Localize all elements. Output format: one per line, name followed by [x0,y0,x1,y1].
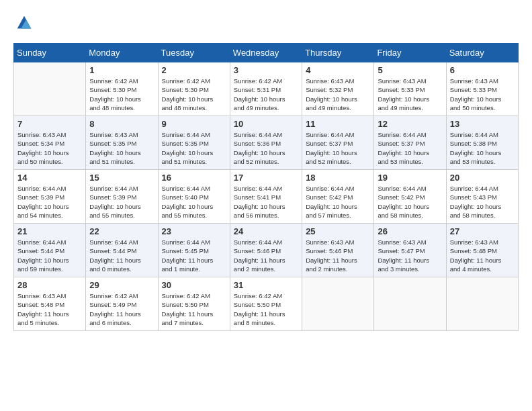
day-number: 25 [306,226,370,236]
calendar-cell: 11Sunrise: 6:44 AMSunset: 5:37 PMDayligh… [302,116,374,170]
day-header-thursday: Thursday [302,44,374,62]
day-number: 23 [162,226,226,236]
day-info: Sunrise: 6:44 AMSunset: 5:40 PMDaylight:… [162,184,226,220]
day-number: 4 [306,65,370,75]
calendar-table: SundayMondayTuesdayWednesdayThursdayFrid… [13,43,519,331]
day-info: Sunrise: 6:42 AMSunset: 5:30 PMDaylight:… [162,77,226,112]
calendar-cell [446,277,518,331]
day-number: 20 [450,173,515,183]
calendar-cell: 6Sunrise: 6:43 AMSunset: 5:33 PMDaylight… [446,62,518,116]
calendar-header: SundayMondayTuesdayWednesdayThursdayFrid… [14,44,519,62]
day-info: Sunrise: 6:43 AMSunset: 5:47 PMDaylight:… [378,238,442,273]
day-info: Sunrise: 6:43 AMSunset: 5:35 PMDaylight:… [89,130,154,166]
day-number: 1 [89,65,154,75]
calendar-cell: 14Sunrise: 6:44 AMSunset: 5:39 PMDayligh… [14,170,86,224]
calendar-cell: 24Sunrise: 6:44 AMSunset: 5:46 PMDayligh… [230,224,302,277]
calendar-cell: 27Sunrise: 6:43 AMSunset: 5:48 PMDayligh… [446,224,518,277]
day-info: Sunrise: 6:43 AMSunset: 5:33 PMDaylight:… [450,77,515,112]
day-header-sunday: Sunday [14,44,86,62]
day-info: Sunrise: 6:42 AMSunset: 5:30 PMDaylight:… [89,77,154,112]
page-header [13,13,519,32]
calendar-cell: 25Sunrise: 6:43 AMSunset: 5:46 PMDayligh… [302,224,374,277]
day-info: Sunrise: 6:44 AMSunset: 5:42 PMDaylight:… [378,184,442,220]
day-number: 21 [17,226,82,236]
day-info: Sunrise: 6:42 AMSunset: 5:49 PMDaylight:… [89,291,154,327]
day-number: 24 [234,226,298,236]
calendar-cell: 10Sunrise: 6:44 AMSunset: 5:36 PMDayligh… [230,116,302,170]
calendar-cell: 23Sunrise: 6:44 AMSunset: 5:45 PMDayligh… [158,224,230,277]
calendar-cell: 16Sunrise: 6:44 AMSunset: 5:40 PMDayligh… [158,170,230,224]
day-number: 19 [378,173,442,183]
day-info: Sunrise: 6:44 AMSunset: 5:44 PMDaylight:… [17,238,82,273]
calendar-cell: 20Sunrise: 6:44 AMSunset: 5:43 PMDayligh… [446,170,518,224]
calendar-cell: 29Sunrise: 6:42 AMSunset: 5:49 PMDayligh… [86,277,158,331]
day-info: Sunrise: 6:44 AMSunset: 5:41 PMDaylight:… [234,184,298,220]
day-info: Sunrise: 6:42 AMSunset: 5:31 PMDaylight:… [234,77,298,112]
logo [13,13,34,32]
day-number: 14 [17,173,82,183]
calendar-cell: 2Sunrise: 6:42 AMSunset: 5:30 PMDaylight… [158,62,230,116]
day-number: 16 [162,173,226,183]
day-number: 29 [89,280,154,290]
calendar-cell: 15Sunrise: 6:44 AMSunset: 5:39 PMDayligh… [86,170,158,224]
day-info: Sunrise: 6:43 AMSunset: 5:46 PMDaylight:… [306,238,370,273]
logo-icon [15,13,34,32]
day-info: Sunrise: 6:43 AMSunset: 5:33 PMDaylight:… [378,77,442,112]
day-number: 18 [306,173,370,183]
day-info: Sunrise: 6:44 AMSunset: 5:45 PMDaylight:… [162,238,226,273]
day-number: 8 [89,119,154,129]
calendar-cell [302,277,374,331]
day-info: Sunrise: 6:44 AMSunset: 5:37 PMDaylight:… [306,130,370,166]
day-info: Sunrise: 6:44 AMSunset: 5:36 PMDaylight:… [234,130,298,166]
day-number: 9 [162,119,226,129]
calendar-cell: 26Sunrise: 6:43 AMSunset: 5:47 PMDayligh… [374,224,446,277]
calendar-cell: 17Sunrise: 6:44 AMSunset: 5:41 PMDayligh… [230,170,302,224]
day-number: 5 [378,65,442,75]
day-header-monday: Monday [86,44,158,62]
calendar-cell: 12Sunrise: 6:44 AMSunset: 5:37 PMDayligh… [374,116,446,170]
day-number: 10 [234,119,298,129]
day-info: Sunrise: 6:44 AMSunset: 5:35 PMDaylight:… [162,130,226,166]
day-info: Sunrise: 6:44 AMSunset: 5:39 PMDaylight:… [17,184,82,220]
calendar-cell [374,277,446,331]
day-number: 26 [378,226,442,236]
day-number: 7 [17,119,82,129]
calendar-cell: 4Sunrise: 6:43 AMSunset: 5:32 PMDaylight… [302,62,374,116]
day-info: Sunrise: 6:42 AMSunset: 5:50 PMDaylight:… [162,291,226,327]
calendar-cell: 7Sunrise: 6:43 AMSunset: 5:34 PMDaylight… [14,116,86,170]
calendar-cell: 28Sunrise: 6:43 AMSunset: 5:48 PMDayligh… [14,277,86,331]
calendar-cell: 3Sunrise: 6:42 AMSunset: 5:31 PMDaylight… [230,62,302,116]
calendar-cell: 30Sunrise: 6:42 AMSunset: 5:50 PMDayligh… [158,277,230,331]
day-number: 3 [234,65,298,75]
calendar-cell [14,62,86,116]
day-header-friday: Friday [374,44,446,62]
day-number: 31 [234,280,298,290]
day-header-saturday: Saturday [446,44,518,62]
day-number: 13 [450,119,515,129]
day-number: 27 [450,226,515,236]
day-number: 2 [162,65,226,75]
day-info: Sunrise: 6:44 AMSunset: 5:39 PMDaylight:… [89,184,154,220]
calendar-cell: 1Sunrise: 6:42 AMSunset: 5:30 PMDaylight… [86,62,158,116]
day-info: Sunrise: 6:44 AMSunset: 5:43 PMDaylight:… [450,184,515,220]
calendar-cell: 19Sunrise: 6:44 AMSunset: 5:42 PMDayligh… [374,170,446,224]
day-info: Sunrise: 6:44 AMSunset: 5:42 PMDaylight:… [306,184,370,220]
day-info: Sunrise: 6:43 AMSunset: 5:48 PMDaylight:… [17,291,82,327]
day-number: 17 [234,173,298,183]
calendar-cell: 31Sunrise: 6:42 AMSunset: 5:50 PMDayligh… [230,277,302,331]
day-info: Sunrise: 6:44 AMSunset: 5:46 PMDaylight:… [234,238,298,273]
day-number: 12 [378,119,442,129]
day-info: Sunrise: 6:43 AMSunset: 5:34 PMDaylight:… [17,130,82,166]
calendar-cell: 13Sunrise: 6:44 AMSunset: 5:38 PMDayligh… [446,116,518,170]
calendar-cell: 21Sunrise: 6:44 AMSunset: 5:44 PMDayligh… [14,224,86,277]
day-number: 6 [450,65,515,75]
day-info: Sunrise: 6:42 AMSunset: 5:50 PMDaylight:… [234,291,298,327]
day-number: 15 [89,173,154,183]
day-header-wednesday: Wednesday [230,44,302,62]
calendar-cell: 22Sunrise: 6:44 AMSunset: 5:44 PMDayligh… [86,224,158,277]
day-number: 28 [17,280,82,290]
calendar-cell: 9Sunrise: 6:44 AMSunset: 5:35 PMDaylight… [158,116,230,170]
day-info: Sunrise: 6:44 AMSunset: 5:38 PMDaylight:… [450,130,515,166]
day-info: Sunrise: 6:44 AMSunset: 5:37 PMDaylight:… [378,130,442,166]
day-info: Sunrise: 6:43 AMSunset: 5:32 PMDaylight:… [306,77,370,112]
